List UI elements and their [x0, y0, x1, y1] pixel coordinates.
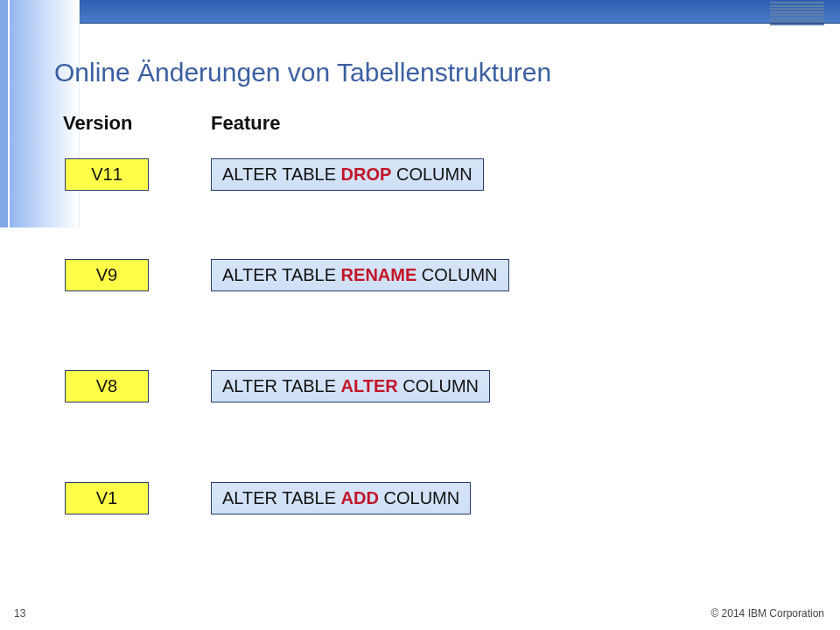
feature-text: ALTER TABLE [222, 265, 341, 284]
feature-box-alter-column: ALTER TABLE ALTER COLUMN [211, 370, 490, 402]
ibm-logo-icon [770, 2, 824, 25]
feature-text: ALTER TABLE [222, 488, 341, 508]
page-number: 13 [14, 607, 25, 620]
feature-box-rename-column: ALTER TABLE RENAME COLUMN [211, 259, 509, 291]
column-header-version: Version [63, 112, 132, 135]
feature-text: ALTER TABLE [222, 164, 341, 184]
version-box-v11: V11 [65, 158, 149, 191]
feature-text: COLUMN [398, 376, 479, 396]
copyright-text: © 2014 IBM Corporation [710, 607, 824, 620]
version-box-v8: V8 [65, 370, 149, 402]
feature-keyword: DROP [341, 164, 392, 184]
feature-box-add-column: ALTER TABLE ADD COLUMN [211, 482, 471, 514]
feature-text: COLUMN [379, 488, 459, 508]
feature-text: COLUMN [391, 164, 472, 184]
top-bar [0, 0, 840, 24]
page-title: Online Änderungen von Tabellenstrukturen [54, 58, 551, 88]
feature-box-drop-column: ALTER TABLE DROP COLUMN [211, 158, 484, 191]
feature-keyword: RENAME [341, 265, 417, 284]
feature-text: ALTER TABLE [222, 376, 341, 396]
version-box-v9: V9 [65, 259, 149, 291]
slide: Online Änderungen von Tabellenstrukturen… [0, 0, 840, 630]
feature-keyword: ALTER [341, 376, 398, 396]
version-box-v1: V1 [65, 482, 149, 514]
feature-keyword: ADD [341, 488, 379, 508]
feature-text: COLUMN [416, 265, 497, 284]
column-header-feature: Feature [211, 112, 280, 135]
